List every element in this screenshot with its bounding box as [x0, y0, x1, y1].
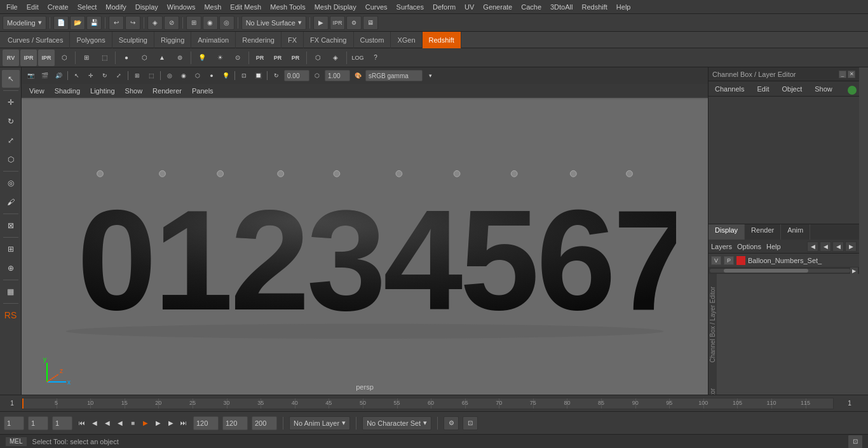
tab-redshift[interactable]: Redshift — [423, 32, 461, 48]
menu-file[interactable]: File — [3, 2, 22, 12]
go-to-end-btn[interactable]: ⏭ — [178, 417, 189, 429]
shelf-render1-icon[interactable]: PR — [252, 50, 268, 66]
snap-point-tool[interactable]: ⊕ — [2, 259, 20, 277]
frame-range-start[interactable]: 1 — [52, 416, 72, 430]
menu-cache[interactable]: Cache — [517, 2, 545, 12]
vp-box-btn[interactable]: ⬚ — [145, 69, 158, 82]
menu-mesh-display[interactable]: Mesh Display — [311, 2, 360, 12]
shelf-ipr-icon[interactable]: IPR — [20, 50, 37, 66]
snap-grid-tool[interactable]: ⊞ — [2, 240, 20, 258]
layer-scroll-right[interactable]: ▶ — [850, 268, 858, 274]
layer-menu-options[interactable]: Options — [737, 243, 761, 250]
shelf-icon4[interactable]: ⬡ — [56, 50, 72, 66]
undo-btn[interactable]: ↩ — [109, 16, 124, 30]
layer-scrollbar-thumb[interactable] — [724, 269, 808, 273]
shelf-render2-icon[interactable]: PR — [269, 50, 286, 66]
paint-tool[interactable]: 🖌 — [2, 193, 20, 211]
menu-3dtoall[interactable]: 3DtoAll — [546, 2, 576, 12]
vp-menu-panels[interactable]: Panels — [187, 86, 219, 96]
shelf-log-icon[interactable]: LOG — [349, 50, 366, 66]
shelf-box-icon[interactable]: ⬚ — [96, 50, 112, 66]
layer-last-btn[interactable]: ◀ — [832, 241, 844, 252]
current-frame-field[interactable]: 1 — [4, 416, 24, 430]
vp-resolution-btn[interactable]: ⊡ — [238, 69, 250, 82]
select-tool[interactable]: ↖ — [2, 70, 20, 88]
snap-point-btn[interactable]: ◎ — [219, 16, 234, 30]
menu-curves[interactable]: Curves — [362, 2, 391, 12]
channel-box-close[interactable]: ✕ — [848, 71, 855, 78]
vp-scale-btn[interactable]: ⤢ — [112, 69, 125, 82]
menu-uv[interactable]: UV — [461, 2, 478, 12]
move-tool[interactable]: ✛ — [2, 93, 20, 111]
vp-val2[interactable]: 1.00 — [325, 70, 350, 81]
vp-select-btn[interactable]: ↖ — [71, 69, 83, 82]
vp-move-btn[interactable]: ✛ — [85, 69, 97, 82]
vp-xray-btn[interactable]: ◉ — [177, 69, 190, 82]
select-tool-btn[interactable]: ◈ — [147, 16, 163, 30]
tab-custom[interactable]: Custom — [354, 32, 391, 48]
show-hide-tool[interactable]: ⊠ — [2, 217, 20, 234]
shelf-render3-icon[interactable]: PR — [287, 50, 304, 66]
play-fwd-btn[interactable]: ▶ — [140, 417, 151, 429]
viewport[interactable]: 📷 🎬 🔊 ↖ ✛ ↻ ⤢ ⊞ ⬚ ◎ ◉ ⬡ ● 💡 ⊡ 🔲 ↻ 0.00 — [22, 67, 708, 395]
timeline-playhead[interactable] — [22, 398, 24, 409]
layer-tab-anim[interactable]: Anim — [781, 224, 810, 240]
tab-fx[interactable]: FX — [281, 32, 304, 48]
snap-curve-btn[interactable]: ◉ — [203, 16, 218, 30]
layer-scrollbar[interactable]: ▶ — [709, 268, 859, 274]
vp-isolate-btn[interactable]: ◎ — [163, 69, 176, 82]
tab-xgen[interactable]: XGen — [391, 32, 422, 48]
no-char-set-dropdown[interactable]: No Character Set ▾ — [362, 416, 431, 430]
tab-fx-caching[interactable]: FX Caching — [304, 32, 353, 48]
redo-btn[interactable]: ↪ — [125, 16, 140, 30]
shelf-mat2-icon[interactable]: ◈ — [327, 50, 344, 66]
menu-generate[interactable]: Generate — [479, 2, 516, 12]
transform-tool[interactable]: ⬡ — [2, 151, 20, 168]
shelf-ipr2-icon[interactable]: IPR — [38, 50, 55, 66]
anim-end2-field[interactable]: 200 — [252, 416, 277, 430]
cb-tab-show[interactable]: Show — [808, 83, 839, 95]
render-btn[interactable]: ▶ — [313, 16, 329, 30]
save-file-btn[interactable]: 💾 — [86, 16, 102, 30]
layer-menu-layers[interactable]: Layers — [711, 243, 732, 250]
shelf-mat1-icon[interactable]: ⬡ — [309, 50, 326, 66]
menu-modify[interactable]: Modify — [102, 2, 130, 12]
vp-film-btn[interactable]: 🎬 — [38, 69, 51, 82]
vp-val2-btn[interactable]: ⬡ — [311, 69, 323, 82]
cb-tab-edit[interactable]: Edit — [750, 83, 775, 95]
layer-v-btn-0[interactable]: V — [711, 256, 721, 265]
menu-edit-mesh[interactable]: Edit Mesh — [226, 2, 265, 12]
cb-tab-channels[interactable]: Channels — [709, 83, 750, 95]
menu-help[interactable]: Help — [613, 2, 635, 12]
snap-grid-btn[interactable]: ⊞ — [186, 16, 201, 30]
status-bar-settings[interactable]: ⊡ — [848, 435, 863, 449]
prev-key-btn[interactable]: ◀ — [102, 417, 113, 429]
tab-curves-surfaces[interactable]: Curves / Surfaces — [1, 32, 70, 48]
layer-prev-btn[interactable]: ◀ — [807, 241, 818, 252]
next-key-btn[interactable]: ▶ — [153, 417, 164, 429]
no-anim-layer-dropdown[interactable]: No Anim Layer ▾ — [289, 416, 350, 430]
redshift-logo[interactable]: RS — [2, 306, 20, 324]
new-file-btn[interactable]: 📄 — [53, 16, 69, 30]
layer-next-btn[interactable]: ◀ — [820, 241, 831, 252]
menu-surfaces[interactable]: Surfaces — [393, 2, 428, 12]
shelf-cube-icon[interactable]: ⬡ — [136, 50, 153, 66]
vp-menu-lighting[interactable]: Lighting — [85, 86, 120, 96]
menu-windows[interactable]: Windows — [163, 2, 200, 12]
vp-aa-btn[interactable]: 🔲 — [252, 69, 264, 82]
vp-light-btn[interactable]: 💡 — [219, 69, 232, 82]
shelf-light3-icon[interactable]: ⊙ — [229, 50, 246, 66]
tab-polygons[interactable]: Polygons — [70, 32, 112, 48]
vp-cam-btn[interactable]: 📷 — [24, 69, 37, 82]
menu-edit[interactable]: Edit — [23, 2, 43, 12]
shelf-cylinder-icon[interactable]: ⊚ — [172, 50, 188, 66]
layer-p-btn-0[interactable]: P — [724, 256, 734, 265]
display-layer-btn[interactable]: 🖥 — [363, 16, 378, 30]
anim-extra-btn[interactable]: ⊡ — [463, 416, 478, 430]
go-to-start-btn[interactable]: ⏮ — [76, 417, 88, 429]
tab-sculpting[interactable]: Sculpting — [112, 32, 154, 48]
vp-menu-renderer[interactable]: Renderer — [147, 86, 187, 96]
shelf-grid-icon[interactable]: ⊞ — [78, 50, 95, 66]
vp-menu-view[interactable]: View — [24, 86, 50, 96]
layer-tab-render[interactable]: Render — [745, 224, 781, 240]
